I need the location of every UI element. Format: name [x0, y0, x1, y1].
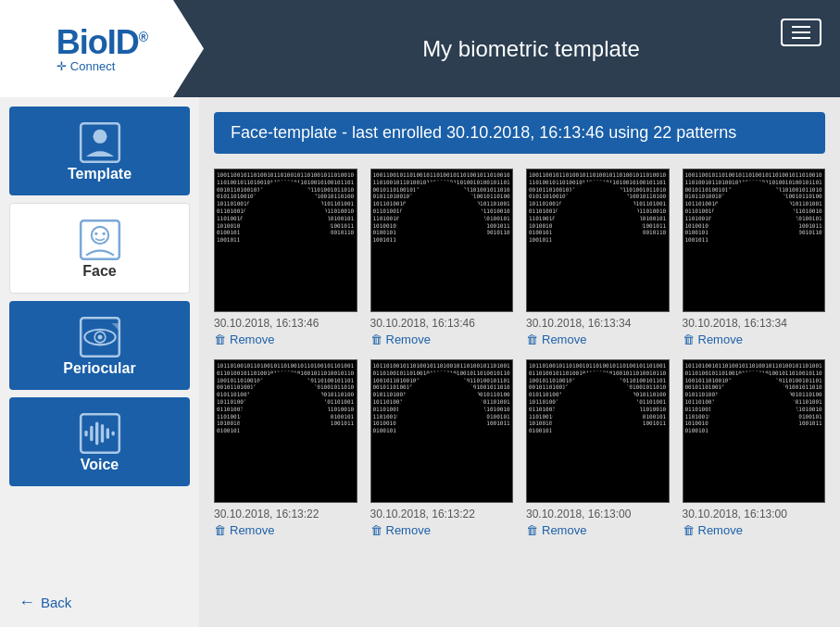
- pattern-image: 1001100101101001011010010110100101101001…: [683, 169, 826, 312]
- hamburger-line-2: [792, 31, 810, 33]
- trash-icon: 🗑: [683, 523, 695, 537]
- image-grid: 1001100101101001011010010110100101101001…: [214, 169, 825, 537]
- image-card: 1011010010110100101101001011010010110100…: [370, 359, 514, 537]
- sidebar-label-periocular: Periocular: [63, 360, 135, 377]
- pattern-image: 1001100101101001011010010110100101101001…: [370, 169, 514, 312]
- remove-button[interactable]: 🗑 Remove: [214, 523, 357, 537]
- trash-icon: 🗑: [683, 332, 695, 346]
- sidebar-label-face: Face: [82, 263, 116, 280]
- trash-icon: 🗑: [370, 332, 382, 346]
- pattern-image: 1001100101101001011010010110100101101001…: [526, 169, 670, 312]
- sidebar: Template Face Perioc: [0, 97, 199, 627]
- pattern-image: 1011010010110100101101001011010010110100…: [370, 359, 514, 503]
- remove-button[interactable]: 🗑 Remove: [214, 332, 357, 346]
- svg-point-5: [102, 232, 105, 235]
- svg-point-9: [97, 335, 102, 340]
- remove-button[interactable]: 🗑 Remove: [526, 332, 670, 346]
- svg-rect-17: [111, 432, 114, 436]
- image-card: 1011010010110100101101001011010010110100…: [683, 359, 826, 537]
- face-silhouette: [240, 371, 332, 484]
- connect-icon: ✛: [56, 60, 67, 73]
- back-arrow-icon: ←: [19, 593, 35, 612]
- svg-rect-16: [106, 428, 108, 439]
- trash-icon: 🗑: [526, 332, 538, 346]
- template-icon: [77, 119, 123, 166]
- trash-icon: 🗑: [370, 523, 382, 537]
- sidebar-label-voice: Voice: [81, 457, 119, 473]
- face-icon: [77, 217, 123, 263]
- image-card: 1001100101101001011010010110100101101001…: [526, 169, 670, 346]
- layout: Template Face Perioc: [0, 97, 840, 627]
- sidebar-label-template: Template: [68, 166, 132, 182]
- svg-rect-14: [95, 422, 98, 445]
- timestamp: 30.10.2018, 16:13:22: [214, 508, 357, 520]
- back-link[interactable]: ← Back: [9, 578, 190, 627]
- svg-point-1: [93, 130, 107, 144]
- image-card: 1001100101101001011010010110100101101001…: [214, 169, 357, 346]
- sidebar-item-template[interactable]: Template: [9, 107, 190, 195]
- svg-point-3: [91, 227, 107, 244]
- hamburger-line-1: [792, 26, 810, 28]
- face-silhouette: [708, 181, 799, 294]
- sidebar-item-periocular[interactable]: Periocular: [9, 301, 190, 390]
- timestamp: 30.10.2018, 16:13:34: [683, 317, 826, 330]
- main-content: Face-template - last enrolled 30.10.2018…: [199, 97, 840, 627]
- svg-point-4: [94, 232, 97, 235]
- logo-connect: ✛ Connect: [56, 60, 147, 73]
- remove-button[interactable]: 🗑 Remove: [526, 523, 670, 537]
- remove-button[interactable]: 🗑 Remove: [370, 523, 514, 537]
- remove-button[interactable]: 🗑 Remove: [370, 332, 514, 346]
- image-card: 1011010010110100101101001011010010110100…: [526, 359, 670, 537]
- page-title: My biometric template: [204, 36, 840, 62]
- periocular-icon: [77, 314, 123, 360]
- logo-bioid: BioID®: [56, 24, 147, 61]
- trash-icon: 🗑: [214, 332, 226, 346]
- face-silhouette: [395, 181, 487, 294]
- svg-rect-12: [84, 431, 87, 437]
- svg-rect-15: [100, 424, 103, 443]
- sidebar-item-face[interactable]: Face: [9, 203, 190, 294]
- image-card: 1011010010110100101101001011010010110100…: [214, 359, 357, 537]
- svg-marker-10: [111, 323, 119, 331]
- image-card: 1001100101101001011010010110100101101001…: [370, 169, 514, 346]
- face-silhouette: [708, 371, 799, 484]
- svg-rect-13: [90, 426, 93, 442]
- hamburger-line-3: [792, 37, 810, 39]
- logo-area: BioID® ✛ Connect: [0, 0, 204, 97]
- pattern-image: 1011010010110100101101001011010010110100…: [683, 359, 826, 503]
- timestamp: 30.10.2018, 16:13:00: [683, 508, 826, 520]
- section-header: Face-template - last enrolled 30.10.2018…: [214, 112, 825, 154]
- pattern-image: 1011010010110100101101001011010010110100…: [526, 359, 670, 503]
- trash-icon: 🗑: [526, 523, 538, 537]
- timestamp: 30.10.2018, 16:13:22: [370, 508, 514, 520]
- remove-button[interactable]: 🗑 Remove: [683, 332, 826, 346]
- hamburger-button[interactable]: [781, 19, 821, 46]
- face-silhouette: [395, 371, 487, 484]
- voice-icon: [77, 410, 123, 457]
- face-silhouette: [552, 181, 644, 294]
- face-silhouette: [240, 181, 332, 294]
- header: BioID® ✛ Connect My biometric template: [0, 0, 840, 97]
- sidebar-item-voice[interactable]: Voice: [9, 397, 190, 486]
- timestamp: 30.10.2018, 16:13:00: [526, 508, 670, 520]
- remove-button[interactable]: 🗑 Remove: [683, 523, 826, 537]
- pattern-image: 1001100101101001011010010110100101101001…: [214, 169, 357, 312]
- trash-icon: 🗑: [214, 523, 226, 537]
- timestamp: 30.10.2018, 16:13:34: [526, 317, 670, 330]
- back-label: Back: [41, 595, 71, 610]
- timestamp: 30.10.2018, 16:13:46: [214, 317, 357, 330]
- face-silhouette: [552, 371, 644, 484]
- pattern-image: 1011010010110100101101001011010010110100…: [214, 359, 357, 503]
- image-card: 1001100101101001011010010110100101101001…: [683, 169, 826, 346]
- timestamp: 30.10.2018, 16:13:46: [370, 317, 514, 330]
